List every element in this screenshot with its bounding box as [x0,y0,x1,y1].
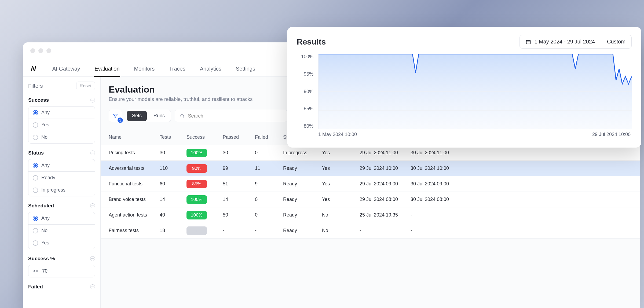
radio-label: In progress [41,187,65,193]
column-header[interactable]: Failed [255,134,283,140]
radio-option[interactable]: Yes [28,237,95,249]
window-dot[interactable] [38,48,43,53]
table-cell: - [360,228,411,233]
column-header[interactable]: Tests [160,134,186,140]
reset-button[interactable]: Reset [76,82,95,90]
table-cell: Yes [322,197,360,202]
column-header[interactable]: Passed [223,134,255,140]
table-cell: Yes [322,181,360,187]
table-cell: - [411,212,464,218]
results-card: Results 1 May 2024 - 29 Jul 2024 Custom … [287,27,641,148]
table-cell: 99 [223,166,255,171]
radio-label: No [41,228,47,233]
nav-item-traces[interactable]: Traces [169,61,186,77]
date-range-label: 1 May 2024 - 29 Jul 2024 [534,39,595,45]
table-row[interactable]: Functional tests6085%519ReadyYes29 Jul 2… [101,176,640,192]
search-icon [180,113,185,119]
table-cell: 85% [186,180,223,188]
table-cell: 30 Jul 2024 10:00 [411,166,464,171]
table-cell: Agent action tests [109,212,160,218]
nav-item-analytics[interactable]: Analytics [199,61,222,77]
window-dot[interactable] [46,48,51,53]
table-cell: 25 Jul 2024 19:35 [360,212,411,218]
collapse-icon[interactable] [90,284,95,289]
nav-item-evaluation[interactable]: Evaluation [94,61,120,77]
radio-option[interactable]: Any [28,212,95,225]
table-cell: 29 Jul 2024 10:00 [360,166,411,171]
nav-item-ai-gateway[interactable]: AI Gateway [52,61,80,77]
table-cell: Brand voice tests [109,197,160,202]
table-cell: - [223,228,255,233]
window-controls [30,48,51,53]
nav-item-monitors[interactable]: Monitors [134,61,155,77]
filters-title: Filters [28,83,43,89]
y-axis: 100%95%90%85%80% [297,54,316,129]
table-row[interactable]: Fairness tests18---ReadyNo-- [101,223,640,239]
table-cell: 29 Jul 2024 11:00 [360,150,411,156]
nav-item-settings[interactable]: Settings [235,61,256,77]
table-cell: 110 [160,166,186,171]
filter-group-scheduled: Scheduled AnyNoYes [28,203,95,249]
filter-group-status: Status AnyReadyIn progress [28,150,95,196]
success-badge: 100% [186,211,207,219]
radio-label: Yes [41,240,49,246]
tab-sets[interactable]: Sets [127,111,147,121]
table-cell: 9 [255,181,283,187]
table-row[interactable]: Brand voice tests14100%140ReadyYes29 Jul… [101,192,640,207]
filter-title: Status [28,150,44,156]
collapse-icon[interactable] [90,151,95,155]
success-badge: 100% [186,149,207,157]
radio-option[interactable]: No [28,225,95,237]
table-cell: 0 [255,150,283,156]
radio-label: Any [41,215,50,221]
collapse-icon[interactable] [90,256,95,261]
radio-icon [33,163,38,168]
custom-range-button[interactable]: Custom [601,35,632,49]
table-cell: 0 [255,212,283,218]
table-cell: 30 [223,150,255,156]
success-pct-value[interactable] [42,268,58,274]
search-box[interactable] [175,110,287,122]
table-cell: 30 Jul 2024 11:00 [411,150,464,156]
window-dot[interactable] [30,48,35,53]
table-cell: Adversarial tests [109,166,160,171]
table-row[interactable]: Agent action tests40100%500ReadyNo25 Jul… [101,207,640,223]
collapse-icon[interactable] [90,203,95,208]
column-header[interactable]: Success [186,134,223,140]
filter-count-badge: 3 [118,118,123,123]
radio-icon [33,188,38,193]
collapse-icon[interactable] [90,98,95,102]
chart-plot [318,54,632,129]
table-cell: In progress [283,150,322,156]
success-badge: 85% [186,180,207,188]
radio-option[interactable]: In progress [28,184,95,196]
date-range-button[interactable]: 1 May 2024 - 29 Jul 2024 [519,35,601,49]
filter-title: Success [28,97,49,103]
success-pct-input[interactable]: >= [28,265,95,277]
radio-option[interactable]: No [28,131,95,143]
tab-runs[interactable]: Runs [148,110,171,122]
column-header[interactable]: Name [109,134,160,140]
funnel-icon [113,113,118,119]
radio-label: Any [41,163,50,168]
radio-option[interactable]: Ready [28,172,95,184]
table-row[interactable]: Adversarial tests11090%9911ReadyYes29 Ju… [101,161,640,176]
radio-label: Any [41,110,50,115]
logo: N [31,65,36,73]
radio-option[interactable]: Yes [28,119,95,131]
radio-option[interactable]: Any [28,107,95,119]
calendar-icon [526,39,531,45]
table-cell: 18 [160,228,186,233]
table-cell: Pricing tests [109,150,160,156]
filter-group-failed: Failed [28,284,95,290]
results-chart: 100%95%90%85%80% [297,54,632,129]
search-input[interactable] [188,113,282,119]
radio-option[interactable]: Any [28,159,95,172]
table-cell: 29 Jul 2024 09:00 [360,181,411,187]
svg-rect-4 [526,40,530,41]
date-range-controls: 1 May 2024 - 29 Jul 2024 Custom [519,35,632,49]
success-badge: 90% [186,164,207,173]
filter-button[interactable]: 3 [109,110,122,122]
y-tick-label: 95% [297,71,313,77]
table-cell: 30 Jul 2024 08:00 [411,197,464,202]
